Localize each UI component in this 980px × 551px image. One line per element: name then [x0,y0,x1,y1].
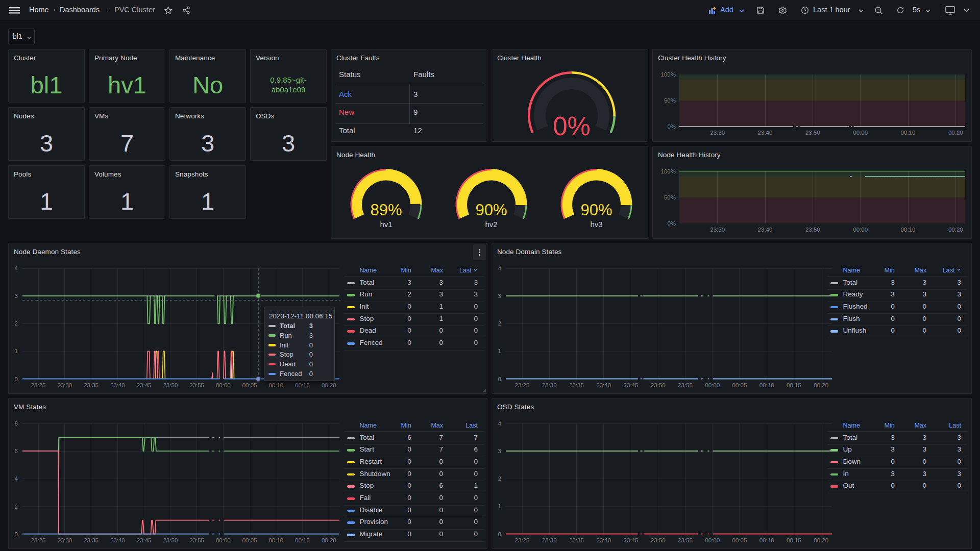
svg-text:89%: 89% [370,201,402,219]
svg-text:hv3: hv3 [590,220,602,229]
svg-text:90%: 90% [475,201,507,219]
svg-text:hv2: hv2 [485,220,497,229]
svg-text:90%: 90% [580,201,612,219]
svg-text:0%: 0% [553,112,591,141]
svg-text:hv1: hv1 [380,220,392,229]
